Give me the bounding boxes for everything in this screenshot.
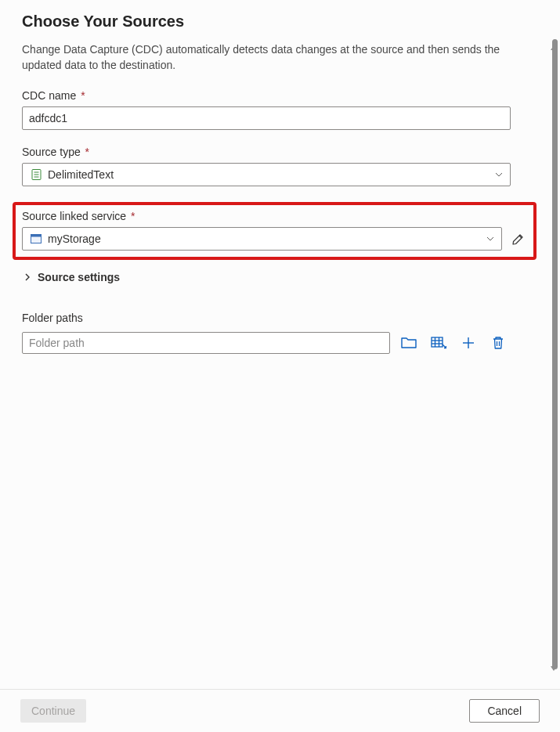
page-description: Change Data Capture (CDC) automatically … [22, 41, 530, 74]
source-type-select[interactable]: DelimitedText [22, 163, 511, 186]
source-settings-label: Source settings [38, 271, 120, 283]
scroll-down-arrow[interactable] [549, 664, 558, 673]
storage-icon [31, 233, 42, 244]
cdc-name-label-text: CDC name [22, 89, 76, 102]
source-settings-expander[interactable]: Source settings [22, 271, 530, 283]
required-marker: * [85, 146, 89, 158]
linked-service-value: myStorage [48, 233, 486, 245]
svg-rect-6 [432, 337, 443, 347]
cancel-button[interactable]: Cancel [469, 699, 540, 723]
linked-service-label: Source linked service * [22, 210, 527, 222]
preview-data-button[interactable] [431, 335, 446, 351]
footer: Continue Cancel [0, 689, 560, 732]
chevron-down-icon [486, 234, 495, 243]
svg-rect-5 [31, 234, 42, 236]
scroll-thumb[interactable] [552, 39, 558, 669]
cdc-name-input[interactable] [22, 106, 511, 130]
source-type-field: Source type * DelimitedText [22, 146, 530, 186]
file-icon [31, 169, 42, 180]
chevron-right-icon [22, 272, 33, 283]
linked-service-label-text: Source linked service [22, 210, 126, 222]
cdc-name-field: CDC name * [22, 89, 530, 130]
source-type-label: Source type * [22, 146, 530, 158]
source-type-label-text: Source type [22, 146, 81, 158]
folder-path-input[interactable] [22, 332, 390, 354]
folder-paths-label: Folder paths [22, 312, 530, 324]
required-marker: * [81, 89, 85, 102]
page-title: Choose Your Sources [22, 13, 530, 31]
chevron-down-icon [494, 170, 504, 179]
cdc-name-label: CDC name * [22, 89, 530, 102]
linked-service-select[interactable]: myStorage [22, 227, 502, 251]
linked-service-highlight: Source linked service * myStorage [13, 202, 537, 260]
source-type-value: DelimitedText [48, 168, 494, 181]
scrollbar[interactable] [551, 39, 558, 669]
delete-folder-button[interactable] [490, 335, 506, 351]
add-folder-button[interactable] [461, 335, 476, 351]
continue-button[interactable]: Continue [20, 699, 86, 723]
edit-linked-service-button[interactable] [510, 230, 527, 247]
required-marker: * [131, 210, 135, 222]
folder-actions [401, 335, 506, 351]
browse-folder-button[interactable] [401, 335, 417, 351]
folder-paths-row [22, 332, 530, 354]
